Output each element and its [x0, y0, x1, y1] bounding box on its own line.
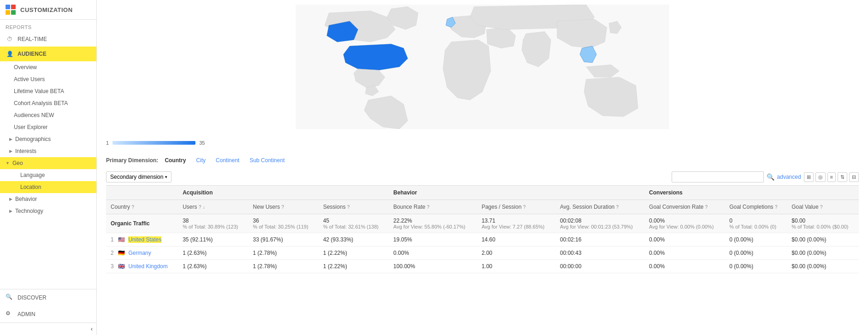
sidebar-item-lifetime-value[interactable]: Lifetime Value BETA — [0, 85, 96, 97]
secondary-dimension-button[interactable]: Secondary dimension ▾ — [106, 171, 171, 182]
dim-btn-sub-continent[interactable]: Sub Continent — [246, 156, 288, 165]
sidebar-section-reports: Reports — [0, 20, 96, 32]
country-link-us[interactable]: United States — [128, 236, 161, 243]
sidebar-footer: 🔍 DISCOVER ⚙ ADMIN ‹ — [0, 289, 96, 335]
dim-btn-country[interactable]: Country — [161, 156, 189, 165]
row-pages-gb: 1.00 — [477, 260, 555, 273]
sidebar-item-behavior[interactable]: ▶ Behavior — [0, 193, 96, 205]
sidebar-item-admin[interactable]: ⚙ ADMIN — [0, 306, 96, 323]
dim-btn-city[interactable]: City — [192, 156, 209, 165]
th-sessions[interactable]: Sessions ? — [319, 200, 389, 214]
summary-pages-session: 13.71 Avg for View: 7.27 (88.65%) — [477, 214, 555, 233]
beta-badge-cohort: BETA — [54, 100, 68, 106]
row-country-gb: 3 🇬🇧 United Kingdom — [106, 260, 178, 273]
view-icons: ⊞ ◎ ≡ ⇅ ⊟ — [804, 172, 859, 182]
sidebar-item-location[interactable]: Location — [0, 181, 96, 193]
row-goal-val-gb: $0.00 (0.00%) — [787, 260, 859, 273]
summary-goal-value: $0.00 % of Total: 0.00% ($0.00) — [787, 214, 859, 233]
map-container: 1 35 — [97, 0, 868, 152]
advanced-link[interactable]: advanced — [777, 174, 801, 180]
view-pie-button[interactable]: ◎ — [815, 172, 826, 182]
sidebar-item-overview[interactable]: Overview — [0, 61, 96, 73]
row-country-us: 1 🇺🇸 United States — [106, 233, 178, 247]
sidebar-item-real-time[interactable]: ⏱ REAL-TIME — [0, 32, 96, 47]
view-pivot-button[interactable]: ⊟ — [849, 172, 859, 182]
secondary-dim-arrow: ▾ — [165, 175, 167, 179]
summary-row: Organic Traffic 38 % of Total: 30.89% (1… — [106, 214, 859, 233]
sidebar-item-geo[interactable]: ▼ Geo — [0, 157, 96, 169]
search-input[interactable] — [672, 171, 764, 182]
row-goal-comp-de: 0 (0.00%) — [725, 247, 787, 260]
row-goal-val-us: $0.00 (0.00%) — [787, 233, 859, 247]
expand-arrow-demographics: ▶ — [9, 137, 12, 141]
sidebar-item-user-explorer[interactable]: User Explorer — [0, 121, 96, 133]
summary-sessions: 45 % of Total: 32.61% (138) — [319, 214, 389, 233]
country-link-de[interactable]: Germany — [128, 250, 151, 256]
sidebar-title: CUSTOMIZATION — [20, 6, 73, 13]
table-wrapper: Acquisition Behavior Conversions Country… — [97, 185, 868, 282]
legend-gradient-bar — [112, 141, 195, 145]
expand-arrow-geo: ▼ — [6, 161, 10, 165]
secondary-dim-label: Secondary dimension — [110, 174, 163, 180]
table-row: 3 🇬🇧 United Kingdom 1 (2.63%) 1 (2.78%) … — [106, 260, 859, 273]
dim-btn-continent[interactable]: Continent — [212, 156, 243, 165]
th-goal-value[interactable]: Goal Value ? — [787, 200, 859, 214]
row-sessions-de: 1 (2.22%) — [319, 247, 389, 260]
th-pages-session[interactable]: Pages / Session ? — [477, 200, 555, 214]
th-conversions-group: Conversions — [644, 186, 859, 200]
summary-new-users: 36 % of Total: 30.25% (119) — [248, 214, 319, 233]
sidebar-collapse-button[interactable]: ‹ — [0, 323, 96, 335]
sidebar-item-interests[interactable]: ▶ Interests — [0, 145, 96, 157]
table-row: 2 🇩🇪 Germany 1 (2.63%) 1 (2.78%) 1 (2.22… — [106, 247, 859, 260]
th-country-group — [106, 186, 178, 200]
summary-users: 38 % of Total: 30.89% (123) — [178, 214, 248, 233]
primary-dimension-bar: Primary Dimension: Country City Continen… — [97, 152, 868, 169]
summary-bounce-rate: 22.22% Avg for View: 55.80% (-60.17%) — [389, 214, 477, 233]
th-bounce-rate[interactable]: Bounce Rate ? — [389, 200, 477, 214]
th-acquisition-group: Acquisition — [178, 186, 389, 200]
table-group-header-row: Acquisition Behavior Conversions — [106, 186, 859, 200]
sidebar-item-discover[interactable]: 🔍 DISCOVER — [0, 289, 96, 306]
app-logo-icon — [6, 5, 16, 15]
compass-icon: 🔍 — [6, 294, 14, 302]
sidebar-item-cohort-analysis[interactable]: Cohort Analysis BETA — [0, 97, 96, 109]
th-new-users[interactable]: New Users ? — [248, 200, 319, 214]
sidebar-item-real-time-label: REAL-TIME — [18, 36, 47, 42]
row-users-us: 35 (92.11%) — [178, 233, 248, 247]
row-users-gb: 1 (2.63%) — [178, 260, 248, 273]
sidebar: CUSTOMIZATION Reports ⏱ REAL-TIME 👤 AUDI… — [0, 0, 97, 335]
row-country-de: 2 🇩🇪 Germany — [106, 247, 178, 260]
view-compare-button[interactable]: ⇅ — [838, 172, 847, 182]
search-button[interactable]: 🔍 — [767, 173, 774, 181]
row-bounce-gb: 100.00% — [389, 260, 477, 273]
th-goal-completions[interactable]: Goal Completions ? — [725, 200, 787, 214]
sidebar-item-demographics[interactable]: ▶ Demographics — [0, 133, 96, 145]
table-col-header-row: Country ? Users ? ↓ New Users ? Sessions… — [106, 200, 859, 214]
summary-goal-conv-rate: 0.00% Avg for View: 0.00% (0.00%) — [644, 214, 725, 233]
sidebar-item-audiences[interactable]: Audiences NEW — [0, 109, 96, 121]
sidebar-header: CUSTOMIZATION — [0, 0, 96, 20]
legend-min: 1 — [106, 140, 109, 146]
view-data-button[interactable]: ⊞ — [804, 172, 814, 182]
admin-label: ADMIN — [18, 311, 35, 317]
sidebar-item-technology[interactable]: ▶ Technology — [0, 205, 96, 217]
world-map-svg — [106, 5, 859, 129]
table-row: 1 🇺🇸 United States 35 (92.11%) 33 (91.67… — [106, 233, 859, 247]
legend-max: 35 — [199, 140, 205, 146]
row-avg-de: 00:00:43 — [555, 247, 644, 260]
primary-dimension-label: Primary Dimension: — [106, 157, 158, 164]
th-users[interactable]: Users ? ↓ — [178, 200, 248, 214]
sidebar-item-active-users[interactable]: Active Users — [0, 73, 96, 85]
th-goal-conv-rate[interactable]: Goal Conversion Rate ? — [644, 200, 725, 214]
th-avg-session[interactable]: Avg. Session Duration ? — [555, 200, 644, 214]
row-bounce-de: 0.00% — [389, 247, 477, 260]
sidebar-item-audience[interactable]: 👤 AUDIENCE — [0, 47, 96, 61]
person-icon: 👤 — [6, 50, 14, 58]
beta-badge-lifetime: BETA — [50, 88, 64, 94]
view-bar-button[interactable]: ≡ — [827, 172, 836, 182]
country-link-gb[interactable]: United Kingdom — [128, 263, 167, 270]
sidebar-item-language[interactable]: Language — [0, 169, 96, 181]
row-sessions-gb: 1 (2.22%) — [319, 260, 389, 273]
row-goal-conv-de: 0.00% — [644, 247, 725, 260]
th-behavior-group: Behavior — [389, 186, 644, 200]
